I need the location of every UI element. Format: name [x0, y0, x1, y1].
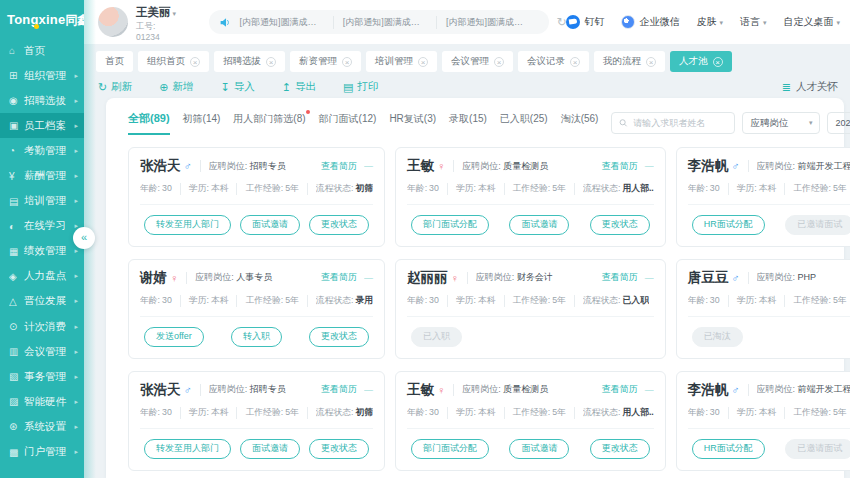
close-tab-icon[interactable] — [570, 57, 580, 67]
sidebar-item[interactable]: 人力盘点 — [0, 264, 84, 289]
view-resume-link[interactable]: 查看简历 — [602, 271, 638, 284]
card-action-button[interactable]: 已邀请面试 — [785, 215, 850, 235]
view-resume-link[interactable]: 查看简历 — [602, 383, 638, 396]
toolbar-action-button[interactable]: 导出 — [282, 80, 316, 94]
sidebar-item[interactable]: 门户管理 — [0, 440, 84, 465]
workspace-tab[interactable]: 我的流程 — [594, 51, 665, 72]
workspace-tab[interactable]: 会议记录 — [518, 51, 589, 72]
workspace-tab[interactable]: 会议管理 — [442, 51, 513, 72]
stage-filter-tab[interactable]: HR复试(3) — [389, 112, 436, 133]
sidebar-item[interactable]: 在线学习 — [0, 214, 84, 239]
card-action-button[interactable]: HR面试分配 — [692, 439, 765, 459]
sidebar-item[interactable]: 绩效管理 — [0, 239, 84, 264]
notice-refresh-icon[interactable] — [556, 15, 566, 29]
position-filter-select[interactable]: 应聘岗位 — [742, 112, 820, 134]
notice-item[interactable]: [内部通知]圆满成功举办某人协会员... — [436, 16, 539, 29]
stage-filter-tab[interactable]: 部门面试(12) — [319, 112, 377, 133]
logo-dot-icon — [34, 24, 39, 29]
sidebar-item[interactable]: 晋位发展 — [0, 289, 84, 314]
stage-filter-tab[interactable]: 用人部门筛选(8) — [233, 112, 305, 133]
collapse-card-icon[interactable] — [645, 385, 654, 395]
card-action-button[interactable]: 已入职 — [411, 327, 462, 347]
toolbar-action-button[interactable]: 新增 — [159, 80, 193, 94]
language-menu[interactable]: 语言 — [740, 15, 767, 29]
sidebar-collapse-button[interactable] — [73, 227, 95, 249]
collapse-card-icon[interactable] — [364, 273, 373, 283]
talent-care-link[interactable]: 人才关怀 — [782, 80, 838, 94]
stage-filter-tab[interactable]: 已入职(25) — [500, 112, 548, 133]
sidebar-item[interactable]: 招聘选拔 — [0, 88, 84, 113]
sidebar-item[interactable]: 员工档案 — [0, 113, 84, 138]
avatar[interactable] — [98, 7, 128, 37]
date-range-picker[interactable]: 2021-06-01至2021-06-21 — [827, 112, 850, 134]
card-action-button[interactable]: 部门面试分配 — [411, 215, 489, 235]
collapse-card-icon[interactable] — [364, 161, 373, 171]
view-resume-link[interactable]: 查看简历 — [321, 383, 357, 396]
workspace-tab[interactable]: 人才池 — [670, 51, 732, 72]
sidebar-item[interactable]: 会议管理 — [0, 339, 84, 364]
stage-filter-tab[interactable]: 淘汰(56) — [561, 112, 599, 133]
card-action-button[interactable]: 面试邀请 — [509, 439, 569, 459]
toolbar-action-button[interactable]: 打印 — [343, 80, 378, 94]
card-action-button[interactable]: 已淘汰 — [692, 327, 743, 347]
sidebar-item[interactable]: 计次消费 — [0, 314, 84, 339]
toolbar-action-button[interactable]: 刷新 — [98, 80, 132, 94]
sidebar-item[interactable]: 智能硬件 — [0, 389, 84, 414]
card-action-button[interactable]: 发送offer — [144, 327, 204, 347]
card-action-button[interactable]: 更改状态 — [590, 215, 650, 235]
notice-item[interactable]: [内部通知]圆满成功举办某人协会员... — [333, 16, 436, 29]
dingtalk-link[interactable]: 钉钉 — [566, 15, 604, 29]
close-tab-icon[interactable] — [418, 57, 428, 67]
sidebar-item[interactable]: 系统设置 — [0, 414, 84, 439]
notice-item[interactable]: [内部通知]圆满成功举办某人协会员... — [239, 16, 332, 29]
sidebar-item[interactable]: 薪酬管理 — [0, 163, 84, 188]
card-action-button[interactable]: 更改状态 — [309, 439, 369, 459]
card-action-button[interactable]: 转发至用人部门 — [144, 439, 231, 459]
card-action-button[interactable]: 更改状态 — [309, 327, 369, 347]
collapse-card-icon[interactable] — [645, 273, 654, 283]
card-action-button[interactable]: 已邀请面试 — [785, 439, 850, 459]
close-tab-icon[interactable] — [646, 57, 656, 67]
card-action-button[interactable]: HR面试分配 — [692, 215, 765, 235]
card-action-button[interactable]: 面试邀请 — [240, 215, 300, 235]
stage-filter-tab[interactable]: 录取(15) — [449, 112, 487, 133]
close-tab-icon[interactable] — [266, 57, 276, 67]
sidebar-item[interactable]: 首页 — [0, 38, 84, 63]
toolbar-action-button[interactable]: 导入 — [220, 80, 254, 94]
close-tab-icon[interactable] — [494, 57, 504, 67]
card-action-button[interactable]: 更改状态 — [309, 215, 369, 235]
view-resume-link[interactable]: 查看简历 — [602, 160, 638, 173]
sidebar-item-label: 组织管理 — [24, 69, 74, 83]
view-resume-link[interactable]: 查看简历 — [321, 271, 357, 284]
wecom-link[interactable]: 企业微信 — [621, 15, 679, 29]
view-resume-link[interactable]: 查看简历 — [321, 160, 357, 173]
collapse-card-icon[interactable] — [645, 161, 654, 171]
close-tab-icon[interactable] — [713, 57, 723, 67]
stage-filter-tab[interactable]: 全部(89) — [128, 111, 170, 135]
workspace-tab[interactable]: 培训管理 — [366, 51, 437, 72]
card-action-button[interactable]: 更改状态 — [590, 439, 650, 459]
card-action-button[interactable]: 转入职 — [231, 327, 282, 347]
sidebar-item[interactable]: 培训管理 — [0, 189, 84, 214]
custom-desktop-menu[interactable]: 自定义桌面 — [783, 15, 840, 29]
card-action-button[interactable]: 转发至用人部门 — [144, 215, 231, 235]
card-action-button[interactable]: 面试邀请 — [240, 439, 300, 459]
workspace-tab[interactable]: 薪资管理 — [290, 51, 361, 72]
workspace-tab[interactable]: 招聘选拔 — [214, 51, 285, 72]
workspace-tab[interactable]: 组织首页 — [138, 51, 209, 72]
sidebar-item-label: 培训管理 — [24, 194, 74, 208]
workspace-tab[interactable]: 首页 — [96, 51, 133, 72]
collapse-card-icon[interactable] — [364, 385, 373, 395]
sidebar-item[interactable]: 组织管理 — [0, 63, 84, 88]
tab-label: 首页 — [105, 55, 124, 68]
close-tab-icon[interactable] — [190, 57, 200, 67]
skin-menu[interactable]: 皮肤 — [696, 15, 723, 29]
card-action-button[interactable]: 面试邀请 — [509, 215, 569, 235]
stage-filter-tab[interactable]: 初筛(14) — [183, 112, 221, 133]
card-action-button[interactable]: 部门面试分配 — [411, 439, 489, 459]
sidebar-item[interactable]: 事务管理 — [0, 364, 84, 389]
search-input[interactable] — [633, 118, 727, 128]
user-menu[interactable]: 王美丽 工号: 01234 — [136, 1, 177, 42]
sidebar-item[interactable]: 考勤管理 — [0, 138, 84, 163]
close-tab-icon[interactable] — [342, 57, 352, 67]
